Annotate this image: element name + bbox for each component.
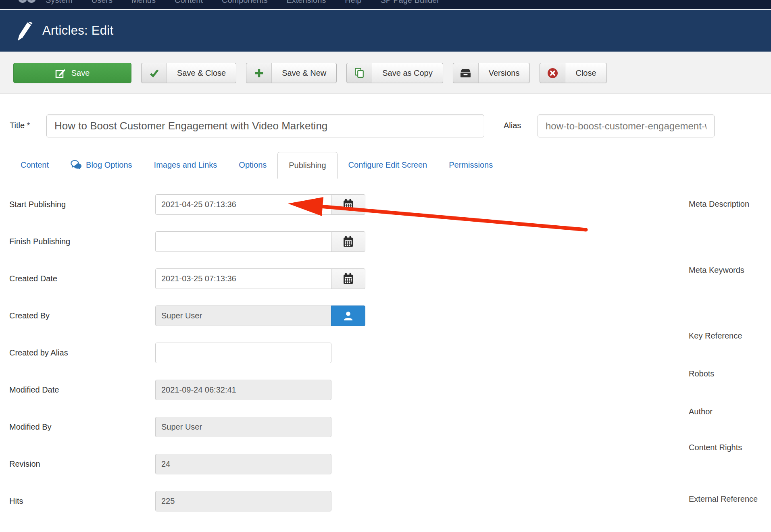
toolbar: Save Save & Close Save & New — [0, 52, 771, 94]
external-reference-label: External Reference — [689, 495, 758, 504]
calendar-icon — [343, 273, 353, 284]
robots-label: Robots — [689, 369, 714, 378]
modified-date-input — [155, 380, 331, 400]
admin-menubar: System Users Menus Content Components Ex… — [0, 0, 771, 9]
select-user-button[interactable] — [331, 305, 365, 326]
start-publishing-label: Start Publishing — [9, 194, 66, 215]
created-date-calendar-button[interactable] — [331, 268, 365, 289]
page-header: Articles: Edit — [0, 10, 771, 52]
save-as-copy-label: Save as Copy — [372, 63, 443, 83]
menu-item-users[interactable]: Users — [92, 0, 113, 5]
joomla-logo-icon — [17, 0, 38, 6]
save-and-new-button[interactable]: Save & New — [246, 63, 337, 83]
page-title: Articles: Edit — [42, 23, 113, 38]
field-row-created-by: Created By — [0, 305, 387, 326]
archive-icon — [453, 63, 479, 83]
tab-content[interactable]: Content — [10, 152, 60, 178]
edit-tabs: Content Blog Options Images and Links Op… — [10, 152, 504, 179]
created-by-label: Created By — [9, 305, 50, 326]
copy-pages-icon — [347, 63, 372, 83]
content-rights-label: Content Rights — [689, 443, 742, 452]
articles-edit-page: System Users Menus Content Components Ex… — [0, 0, 771, 532]
field-row-revision: Revision — [0, 454, 387, 474]
versions-button[interactable]: Versions — [453, 63, 530, 83]
field-row-modified-date: Modified Date — [0, 380, 387, 400]
calendar-icon — [343, 199, 353, 210]
meta-description-label: Meta Description — [689, 200, 749, 209]
save-button-label: Save — [71, 69, 90, 78]
created-by-alias-label: Created by Alias — [9, 343, 68, 363]
calendar-icon — [343, 236, 353, 247]
key-reference-label: Key Reference — [689, 331, 742, 341]
tab-options[interactable]: Options — [228, 152, 277, 178]
revision-label: Revision — [9, 454, 40, 474]
field-row-finish-publishing: Finish Publishing — [0, 231, 387, 252]
menu-item-content[interactable]: Content — [175, 0, 203, 5]
tab-publishing[interactable]: Publishing — [277, 152, 337, 179]
tab-permissions[interactable]: Permissions — [438, 152, 504, 178]
save-as-new-label: Save & New — [272, 63, 336, 83]
field-row-created-date: Created Date — [0, 268, 387, 289]
tab-blog-options[interactable]: Blog Options — [60, 152, 143, 178]
close-button[interactable]: Close — [540, 63, 606, 83]
menu-item-components[interactable]: Components — [222, 0, 267, 5]
hits-input — [155, 491, 331, 511]
field-row-created-by-alias: Created by Alias — [0, 343, 387, 363]
save-and-close-button[interactable]: Save & Close — [141, 63, 236, 83]
article-alias-input[interactable] — [538, 114, 715, 137]
start-publishing-calendar-button[interactable] — [331, 194, 365, 215]
field-row-modified-by: Modified By — [0, 417, 387, 437]
save-pencil-square-icon — [55, 68, 66, 79]
revision-input — [155, 454, 331, 474]
save-button[interactable]: Save — [13, 63, 131, 83]
created-date-input[interactable] — [155, 268, 331, 289]
created-date-label: Created Date — [9, 268, 57, 289]
close-label: Close — [565, 63, 606, 83]
plus-icon — [246, 63, 272, 83]
check-icon — [142, 63, 167, 83]
menu-item-menus[interactable]: Menus — [131, 0, 156, 5]
tab-configure-edit-screen[interactable]: Configure Edit Screen — [338, 152, 438, 178]
versions-label: Versions — [479, 63, 530, 83]
pencil-icon — [16, 22, 33, 42]
meta-keywords-label: Meta Keywords — [689, 266, 744, 275]
user-icon — [343, 310, 354, 321]
modified-by-label: Modified By — [9, 417, 52, 437]
hits-label: Hits — [9, 491, 23, 511]
menu-item-help[interactable]: Help — [345, 0, 361, 5]
author-label: Author — [689, 407, 713, 416]
created-by-alias-input[interactable] — [155, 343, 331, 363]
speech-bubbles-icon — [71, 160, 82, 170]
cancel-circle-icon — [540, 63, 565, 83]
menu-item-sp-page-builder[interactable]: SP Page Builder — [380, 0, 439, 5]
finish-publishing-label: Finish Publishing — [9, 231, 70, 252]
start-publishing-input[interactable] — [155, 194, 331, 215]
menu-item-system[interactable]: System — [46, 0, 73, 5]
field-row-start-publishing: Start Publishing — [0, 194, 387, 215]
modified-date-label: Modified Date — [9, 380, 59, 400]
finish-publishing-calendar-button[interactable] — [331, 231, 365, 252]
modified-by-input — [155, 417, 331, 437]
tab-images-and-links[interactable]: Images and Links — [143, 152, 228, 178]
finish-publishing-input[interactable] — [155, 231, 331, 252]
article-title-input[interactable] — [46, 114, 484, 137]
save-as-copy-button[interactable]: Save as Copy — [346, 63, 443, 83]
save-and-close-label: Save & Close — [167, 63, 236, 83]
field-row-hits: Hits — [0, 491, 387, 511]
created-by-input — [155, 305, 331, 326]
title-label: Title * — [10, 121, 30, 130]
menu-item-extensions[interactable]: Extensions — [286, 0, 326, 5]
alias-label: Alias — [504, 121, 521, 130]
